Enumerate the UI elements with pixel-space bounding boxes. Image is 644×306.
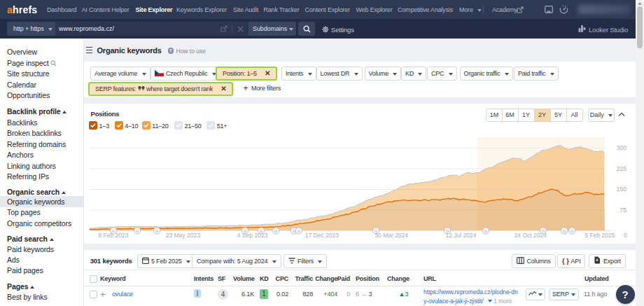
svg-text:G: G [274, 229, 278, 233]
svg-text:G: G [484, 229, 488, 233]
svg-text:G: G [563, 229, 566, 233]
svg-text:G: G [298, 229, 301, 233]
svg-text:G: G [570, 229, 574, 233]
svg-text:G: G [136, 229, 139, 233]
svg-text:G: G [155, 229, 159, 233]
